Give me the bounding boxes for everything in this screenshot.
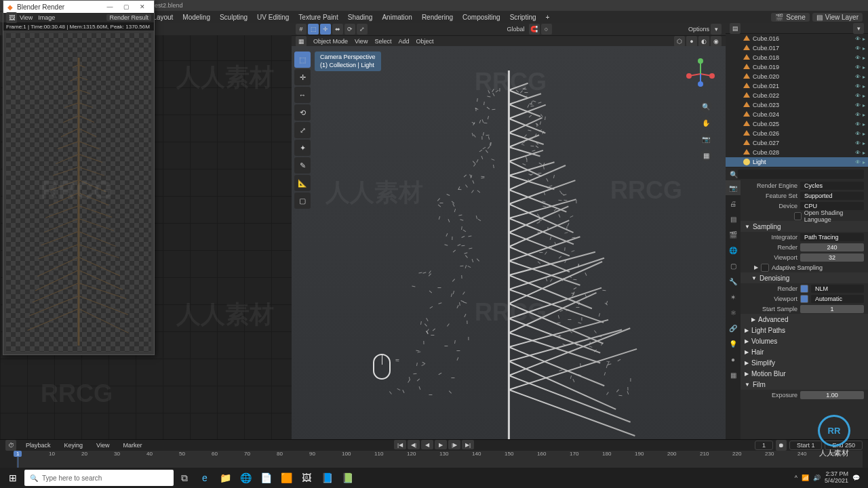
selectable-icon[interactable]: ▸: [863, 83, 865, 89]
scene-selector[interactable]: 🎬Scene: [771, 13, 809, 22]
vp-menu-select[interactable]: Select: [374, 38, 391, 45]
render-image[interactable]: [6, 33, 151, 352]
outliner-row[interactable]: Cube.021👁▸: [726, 81, 868, 91]
visibility-icon[interactable]: 👁: [855, 74, 861, 80]
options-dropdown[interactable]: Options: [688, 26, 709, 33]
nav-gizmo[interactable]: [684, 57, 717, 91]
adaptive-sampling-checkbox[interactable]: [761, 264, 769, 272]
panel-lightpaths[interactable]: ▶Light Paths: [741, 325, 868, 336]
feature-set-dropdown[interactable]: Supported: [800, 192, 864, 200]
viewport-canvas[interactable]: Camera Perspective (1) Collection | Ligh…: [292, 46, 726, 454]
image-editor-icon[interactable]: 🖼: [6, 12, 17, 23]
tool-rotate[interactable]: ⟲: [294, 104, 311, 121]
select-tool-icon[interactable]: ⬚: [308, 24, 319, 35]
visibility-icon[interactable]: 👁: [855, 93, 861, 99]
selectable-icon[interactable]: ▸: [863, 74, 865, 80]
selectable-icon[interactable]: ▸: [863, 131, 865, 137]
outliner-row[interactable]: Cube.026👁▸: [726, 129, 868, 138]
tab-scene[interactable]: 🎬: [726, 227, 741, 242]
taskbar-app-1[interactable]: e: [195, 468, 214, 487]
rotate-gizmo-icon[interactable]: ⟳: [344, 24, 355, 35]
move-gizmo-icon[interactable]: ⬌: [332, 24, 343, 35]
render-samples-field[interactable]: 240: [800, 243, 864, 251]
ws-texturepaint[interactable]: Texture Paint: [294, 14, 342, 21]
selectable-icon[interactable]: ▸: [863, 55, 865, 61]
taskbar-app-6[interactable]: 🖼: [297, 468, 316, 487]
ws-animation[interactable]: Animation: [377, 14, 416, 21]
render-menu-view[interactable]: View: [17, 14, 35, 21]
shading-solid-icon[interactable]: ●: [686, 36, 697, 47]
keyframe-prev-button[interactable]: ◀|: [408, 440, 420, 449]
visibility-icon[interactable]: 👁: [855, 121, 861, 127]
tool-annotate[interactable]: ✎: [294, 157, 311, 174]
tab-render[interactable]: 📷: [726, 180, 741, 195]
jump-end-button[interactable]: ▶|: [462, 440, 474, 449]
visibility-icon[interactable]: 👁: [855, 150, 861, 156]
ws-rendering[interactable]: Rendering: [417, 14, 458, 21]
outliner-row[interactable]: Cube.018👁▸: [726, 53, 868, 62]
scale-gizmo-icon[interactable]: ⤢: [357, 24, 368, 35]
taskbar-app-7[interactable]: 📘: [317, 468, 336, 487]
notifications-icon[interactable]: 💬: [852, 474, 860, 481]
selectable-icon[interactable]: ▸: [863, 159, 865, 165]
system-tray[interactable]: ^ 📶 🔊 2:37 PM 5/4/2021 💬: [795, 471, 865, 485]
ws-compositing[interactable]: Compositing: [458, 14, 505, 21]
render-menu-image[interactable]: Image: [35, 14, 58, 21]
tool-measure[interactable]: 📐: [294, 175, 311, 191]
play-rev-button[interactable]: ◀: [421, 440, 433, 449]
tab-particle[interactable]: ✶: [726, 289, 741, 304]
tab-object[interactable]: ▢: [726, 258, 741, 273]
selectable-icon[interactable]: ▸: [863, 140, 865, 146]
start-sample-field[interactable]: 1: [800, 305, 864, 313]
selectable-icon[interactable]: ▸: [863, 121, 865, 127]
integrator-dropdown[interactable]: Path Tracing: [800, 233, 864, 241]
shading-matprev-icon[interactable]: ◐: [698, 36, 709, 47]
tab-world[interactable]: 🌐: [726, 243, 741, 258]
denoise-render-checkbox[interactable]: [800, 285, 808, 293]
taskbar-search[interactable]: 🔍 Type here to search: [24, 470, 174, 486]
mode-selector[interactable]: Object Mode: [313, 38, 348, 45]
outliner-row[interactable]: Cube.017👁▸: [726, 43, 868, 53]
taskbar-clock[interactable]: 2:37 PM 5/4/2021: [825, 471, 848, 485]
visibility-icon[interactable]: 👁: [855, 112, 861, 118]
timeline-editor-icon[interactable]: ⏱: [5, 440, 16, 451]
tray-chevron-icon[interactable]: ^: [795, 474, 797, 481]
osl-checkbox[interactable]: [794, 212, 802, 220]
timeline-ruler[interactable]: 1 10203040506070809010011012013014015016…: [16, 451, 863, 468]
outliner-row[interactable]: Cube.019👁▸: [726, 62, 868, 72]
persp-ortho-icon[interactable]: ▦: [700, 149, 712, 161]
render-window[interactable]: ◆ Blender Render — ▢ ✕ 🖼 View Image Rend…: [3, 0, 155, 355]
visibility-icon[interactable]: 👁: [855, 64, 861, 70]
panel-hair[interactable]: ▶Hair: [741, 346, 868, 357]
selectable-icon[interactable]: ▸: [863, 64, 865, 70]
outliner-editor-icon[interactable]: ▤: [730, 23, 741, 34]
shading-wire-icon[interactable]: ⬡: [674, 36, 685, 47]
vp-menu-object[interactable]: Object: [416, 38, 433, 45]
viewport-samples-field[interactable]: 32: [800, 253, 864, 262]
ws-uvediting[interactable]: UV Editing: [252, 14, 294, 21]
tool-move[interactable]: ↔: [294, 87, 311, 103]
zoom-icon[interactable]: 🔍: [700, 100, 712, 113]
selectable-icon[interactable]: ▸: [863, 45, 865, 52]
orientation-label[interactable]: Global: [504, 26, 527, 33]
panel-motionblur[interactable]: ▶Motion Blur: [741, 368, 868, 379]
outliner-row[interactable]: Cube.016👁▸: [726, 34, 868, 43]
keyframe-next-button[interactable]: |▶: [448, 440, 460, 449]
vp-menu-view[interactable]: View: [355, 38, 368, 45]
outliner-row[interactable]: Cube.028👁▸: [726, 148, 868, 157]
visibility-icon[interactable]: 👁: [855, 36, 861, 42]
tab-texture[interactable]: ▦: [726, 367, 741, 382]
camera-icon[interactable]: 📷: [700, 133, 712, 145]
timeline-playback[interactable]: Playback: [22, 442, 55, 449]
pan-hand-icon[interactable]: ✋: [700, 117, 712, 129]
outliner-row[interactable]: Cube.020👁▸: [726, 72, 868, 81]
visibility-icon[interactable]: 👁: [855, 55, 861, 61]
snap-icon[interactable]: 🧲: [529, 24, 540, 35]
maximize-button[interactable]: ▢: [119, 2, 134, 12]
timeline-keying[interactable]: Keying: [60, 442, 87, 449]
jump-start-button[interactable]: |◀: [394, 440, 406, 449]
panel-film[interactable]: ▼Film: [741, 379, 868, 390]
render-window-titlebar[interactable]: ◆ Blender Render — ▢ ✕: [3, 1, 154, 13]
outliner-row[interactable]: Cube.024👁▸: [726, 110, 868, 119]
tool-cursor[interactable]: ✛: [294, 69, 311, 85]
